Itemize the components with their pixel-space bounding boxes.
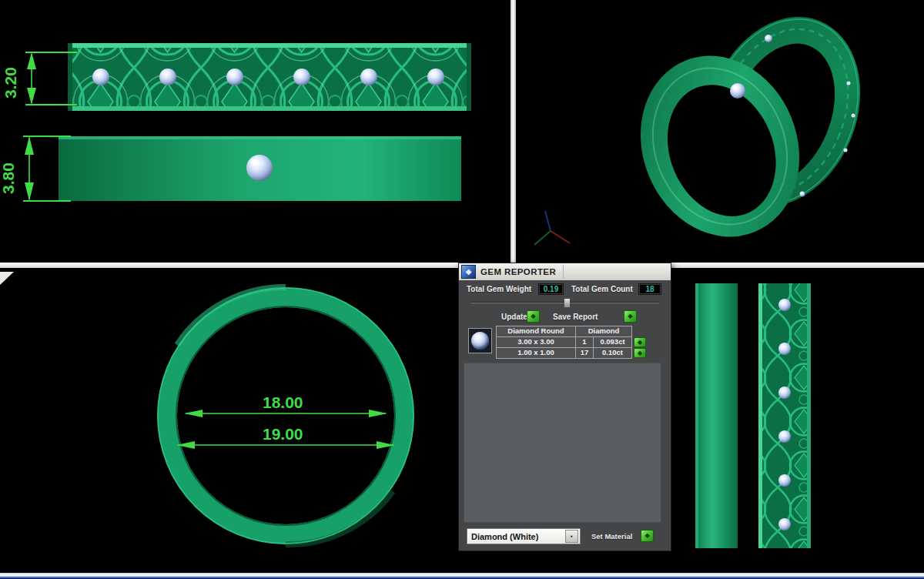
total-gem-count-value: 18 <box>638 283 661 295</box>
gem-preview-icon <box>471 332 489 350</box>
cad-workspace: 3.20 3.80 <box>0 0 924 579</box>
total-gem-count-label: Total Gem Count <box>571 285 633 293</box>
table-header-gem-type: Diamond Round <box>496 326 576 337</box>
corner-mark <box>0 272 14 285</box>
table-row-size[interactable]: 3.00 x 3.00 <box>496 336 576 348</box>
table-row-count[interactable]: 1 <box>575 336 594 348</box>
gem-sparkle <box>252 159 259 166</box>
dropdown-arrow-icon[interactable]: ▪ <box>565 530 578 543</box>
gem-sparkle <box>733 85 738 90</box>
svg-text:18.00: 18.00 <box>263 393 303 411</box>
center-gem <box>246 155 273 181</box>
svg-text:3.20: 3.20 <box>2 67 19 99</box>
viewport-top-view[interactable]: 18.00 19.00 <box>0 268 511 574</box>
table-row-size[interactable]: 1.00 x 1.00 <box>496 347 576 359</box>
table-row-weight[interactable]: 0.10ct <box>593 347 632 359</box>
gem-thumbnail <box>468 328 492 353</box>
pattern-band-side <box>758 283 811 548</box>
viewport-perspective-view[interactable] <box>516 0 924 263</box>
row-action-button[interactable]: ◆ <box>634 348 646 358</box>
save-report-button[interactable]: ◆ <box>624 310 637 323</box>
top-view-canvas: 18.00 19.00 <box>0 268 511 574</box>
viewport-front-view[interactable]: 3.20 3.80 <box>0 0 511 263</box>
dialog-titlebar[interactable]: ◆ GEM REPORTER <box>459 263 671 280</box>
axis-gizmo-icon <box>534 211 570 245</box>
pattern-band-front <box>68 43 471 111</box>
gem-reporter-dialog: ◆ GEM REPORTER Total Gem Weight 0.19 Tot… <box>458 263 671 551</box>
window-bottom-edge <box>0 573 924 579</box>
set-material-label: Set Material <box>591 532 632 541</box>
plain-ring-gem <box>730 83 745 99</box>
update-label: Update <box>501 313 527 321</box>
update-button[interactable]: ◆ <box>527 310 540 323</box>
dimension-band-width: 3.20 <box>2 52 77 105</box>
total-gem-weight-label: Total Gem Weight <box>467 285 531 293</box>
perspective-canvas <box>516 0 924 263</box>
slider-handle[interactable] <box>564 298 571 308</box>
table-row-weight[interactable]: 0.093ct <box>593 336 632 348</box>
table-row-count[interactable]: 17 <box>575 347 594 359</box>
dialog-title: GEM REPORTER <box>480 267 556 276</box>
svg-text:3.80: 3.80 <box>0 162 17 194</box>
svg-text:19.00: 19.00 <box>263 425 303 443</box>
total-gem-weight-value: 0.19 <box>538 283 564 295</box>
table-header-gem: Diamond <box>575 326 632 337</box>
titlebar-separator <box>563 265 564 279</box>
save-report-label: Save Report <box>553 313 598 321</box>
front-view-canvas: 3.20 3.80 <box>0 0 511 263</box>
plain-band-side <box>695 283 738 548</box>
row-action-button[interactable]: ◆ <box>634 337 646 347</box>
set-material-button[interactable]: ◆ <box>641 530 654 542</box>
material-dropdown[interactable]: Diamond (White) ▪ <box>467 528 581 544</box>
report-empty-area <box>464 363 661 523</box>
viewport-divider-vertical[interactable] <box>511 0 516 263</box>
gem-dialog-icon: ◆ <box>461 265 476 279</box>
material-dropdown-value: Diamond (White) <box>471 532 538 541</box>
